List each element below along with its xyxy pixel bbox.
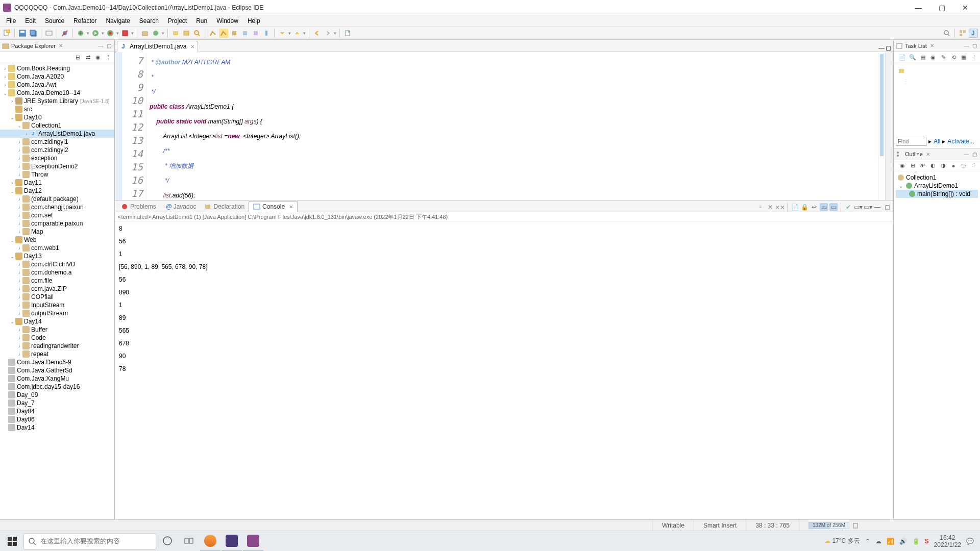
minimize-view-button[interactable]: — (963, 151, 970, 158)
app-eclipse[interactable] (243, 531, 263, 552)
minimize-button[interactable]: — (906, 0, 930, 15)
package-explorer-tree[interactable]: ›Com.Book.Reading ›Com.Java.A2020 ›Com.J… (0, 63, 114, 519)
display-console-button[interactable]: ▭▾ (854, 203, 862, 211)
package-item[interactable]: ›Buffer (0, 325, 114, 334)
notifications-icon[interactable]: 💬 (966, 538, 974, 545)
closed-project-item[interactable]: Com.jdbc.day15-day16 (0, 383, 114, 391)
gc-icon[interactable] (852, 522, 859, 529)
menu-navigate[interactable]: Navigate (102, 16, 134, 26)
save-all-button[interactable] (29, 29, 38, 38)
outline-tool[interactable]: ◌ (960, 162, 968, 170)
tb-btn-d[interactable] (262, 29, 271, 38)
package-item[interactable]: ›Code (0, 334, 114, 342)
close-button[interactable]: ✕ (953, 0, 977, 15)
package-item[interactable]: ›outputStream (0, 309, 114, 317)
menu-help[interactable]: Help (243, 16, 264, 26)
src-folder-item[interactable]: ⌄Day12 (0, 187, 114, 195)
open-task-button[interactable] (182, 29, 191, 38)
task-tool[interactable]: ◉ (929, 54, 937, 62)
task-view-button[interactable] (179, 531, 199, 552)
closed-project-item[interactable]: Day_7 (0, 399, 114, 407)
closed-project-item[interactable]: Com.Java.GatherSd (0, 366, 114, 374)
pin-editor-button[interactable] (343, 29, 352, 38)
package-item[interactable]: ›COPfiall (0, 293, 114, 301)
code-content[interactable]: * @author MZFAITHDREAM * */ public class… (146, 52, 878, 200)
minimize-view-button[interactable]: — (97, 42, 104, 49)
tab-problems[interactable]: Problems (117, 201, 160, 212)
ime-icon[interactable]: S (925, 538, 929, 545)
closed-project-item[interactable]: Com.Java.XangMu (0, 374, 114, 383)
app-browser[interactable] (200, 531, 220, 552)
maximize-view-button[interactable]: ▢ (971, 151, 978, 158)
maximize-view-button[interactable]: ▢ (883, 203, 891, 211)
menu-refactor[interactable]: Refactor (69, 16, 101, 26)
task-tool[interactable]: ▤ (919, 54, 927, 62)
overview-ruler[interactable] (878, 52, 885, 200)
onedrive-icon[interactable]: ☁ (875, 538, 881, 545)
new-package-button[interactable] (140, 29, 150, 38)
close-view-icon[interactable]: ✕ (59, 43, 63, 48)
debug-button[interactable] (76, 29, 85, 38)
tab-javadoc[interactable]: @Javadoc (160, 201, 201, 212)
new-button[interactable] (2, 29, 11, 38)
task-tool[interactable]: ⟲ (949, 54, 958, 62)
package-item[interactable]: ›com.web1 (0, 244, 114, 252)
outline-body[interactable]: Collection1 ⌄ArrayListDemo1 main(String[… (894, 171, 980, 200)
task-tool[interactable]: 📄 (898, 54, 906, 62)
menu-search[interactable]: Search (135, 16, 163, 26)
search-button[interactable] (192, 29, 202, 38)
show-on-error-button[interactable]: ▭ (829, 203, 838, 211)
outline-tool[interactable]: ◐ (929, 162, 937, 170)
run-button[interactable] (91, 29, 100, 38)
editor-tab[interactable]: J ArrayListDemo1.java ✕ (117, 41, 198, 52)
maximize-view-button[interactable]: ▢ (971, 42, 978, 49)
folding-ruler[interactable] (115, 52, 122, 200)
close-view-icon[interactable]: ✕ (926, 152, 930, 157)
remove-all-button[interactable]: ⨯⨯ (776, 203, 784, 211)
java-perspective-button[interactable]: J (969, 29, 978, 38)
heap-status[interactable]: 132M of 256M (799, 520, 868, 531)
clock[interactable]: 16:42 2022/1/22 (934, 534, 961, 548)
closed-project-item[interactable]: Com.Java.Demo6-9 (0, 358, 114, 366)
next-annotation-button[interactable] (278, 29, 287, 38)
code-editor[interactable]: 7 8 9 10 11 12 13 14 15 16 17 * @author … (115, 52, 893, 200)
maximize-view-button[interactable]: ▢ (105, 42, 112, 49)
tab-console[interactable]: Console✕ (249, 201, 298, 212)
task-list-body[interactable]: ⋮ (894, 63, 980, 135)
volume-icon[interactable]: 🔊 (899, 538, 907, 545)
editor-scrollbar[interactable] (885, 52, 893, 200)
open-type-button[interactable] (171, 29, 180, 38)
package-item[interactable]: ›com.zidingyi1 (0, 138, 114, 146)
outline-tool[interactable]: ⊞ (909, 162, 917, 170)
package-item[interactable]: ›Throw (0, 170, 114, 179)
project-item[interactable]: ›Com.Book.Reading (0, 64, 114, 72)
outline-method[interactable]: main(String[]) : void (896, 190, 978, 198)
task-activate-link[interactable]: Activate... (947, 138, 974, 145)
console-output[interactable]: 8 56 1 [56, 890, 1, 89, 565, 678, 90, 78… (115, 221, 893, 519)
menu-file[interactable]: File (2, 16, 20, 26)
package-item[interactable]: ›com.java.ZIP (0, 285, 114, 293)
collapse-all-button[interactable]: ⊟ (74, 54, 82, 62)
package-item[interactable]: ›com.chengji.paixun (0, 203, 114, 211)
start-button[interactable] (2, 533, 22, 549)
closed-project-item[interactable]: Day04 (0, 407, 114, 415)
link-editor-button[interactable]: ⇄ (84, 54, 92, 62)
taskbar-search[interactable] (23, 533, 156, 549)
task-tool[interactable]: ✎ (939, 54, 947, 62)
maximize-editor-button[interactable]: ▢ (886, 44, 891, 52)
package-item[interactable]: ›comparable.paixun (0, 219, 114, 228)
minimize-editor-button[interactable]: — (878, 44, 885, 52)
package-item[interactable]: ›com.zidingyi2 (0, 146, 114, 154)
task-tool[interactable]: ▦ (960, 54, 968, 62)
taskbar-search-input[interactable] (40, 537, 152, 545)
tab-declaration[interactable]: Declaration (200, 201, 249, 212)
menu-project[interactable]: Project (164, 16, 191, 26)
src-folder-item[interactable]: src (0, 105, 114, 113)
task-tool[interactable]: ⋮ (970, 54, 978, 62)
sort-button[interactable]: aᶻ (919, 162, 927, 170)
outline-tool[interactable]: ◑ (939, 162, 947, 170)
battery-icon[interactable]: 🔋 (912, 538, 920, 545)
package-item[interactable]: ›readingrandwriter (0, 342, 114, 350)
task-find-input[interactable] (896, 137, 926, 146)
package-item[interactable]: ›InputStream (0, 301, 114, 309)
